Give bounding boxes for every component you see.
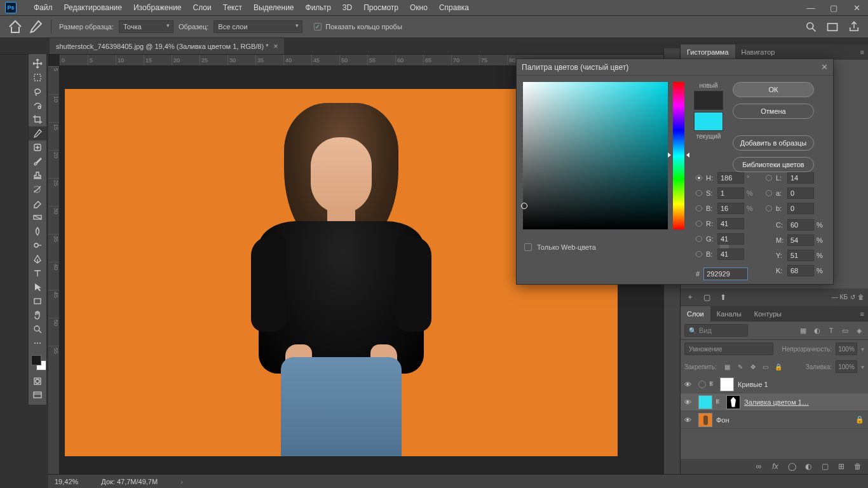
- new-color-swatch[interactable]: [694, 91, 723, 110]
- visibility-icon[interactable]: 👁: [684, 416, 695, 424]
- tab-histogram[interactable]: Гистограмма: [681, 44, 735, 60]
- filter-shape-icon[interactable]: ▭: [840, 325, 850, 336]
- gradient-tool-icon[interactable]: [29, 210, 46, 224]
- adjustment-icon[interactable]: ◐: [803, 461, 813, 471]
- window-maximize-icon[interactable]: ▢: [822, 0, 845, 15]
- new-layer-icon[interactable]: ⊞: [836, 461, 846, 471]
- foreground-color-swatch[interactable]: [31, 355, 41, 365]
- close-icon[interactable]: ✕: [821, 62, 828, 72]
- l-field[interactable]: [787, 172, 814, 184]
- lock-transparency-icon[interactable]: ▦: [723, 362, 732, 371]
- radio-h[interactable]: [696, 175, 702, 181]
- new-group-icon[interactable]: ▢: [701, 292, 712, 303]
- g-field[interactable]: [717, 233, 744, 245]
- y-field[interactable]: [787, 250, 814, 261]
- tab-channels[interactable]: Каналы: [710, 306, 748, 322]
- sample-source-dropdown[interactable]: Все слои: [214, 20, 302, 33]
- current-color-swatch[interactable]: [694, 112, 723, 131]
- mask-thumb[interactable]: [726, 395, 740, 409]
- move-tool-icon[interactable]: [29, 57, 46, 71]
- quick-mask-icon[interactable]: [29, 374, 46, 388]
- window-minimize-icon[interactable]: —: [799, 0, 822, 15]
- trash-icon[interactable]: 🗑: [853, 461, 863, 471]
- layer-item[interactable]: 👁 Фон 🔒: [681, 411, 868, 429]
- menu-3d[interactable]: 3D: [337, 0, 358, 15]
- marquee-tool-icon[interactable]: [29, 71, 46, 85]
- layer-thumb[interactable]: [698, 395, 712, 409]
- eraser-tool-icon[interactable]: [29, 196, 46, 210]
- panel-menu-icon[interactable]: ≡: [857, 48, 868, 56]
- fill-field[interactable]: 100%: [836, 360, 857, 373]
- a-field[interactable]: [787, 187, 814, 199]
- document-info[interactable]: Док: 47,7М/49,7М: [101, 478, 158, 485]
- revert-icon[interactable]: ↺: [850, 294, 855, 301]
- link-icon[interactable]: 𝄡: [710, 381, 716, 388]
- menu-file[interactable]: Файл: [28, 0, 58, 15]
- r-field[interactable]: [717, 218, 744, 229]
- h-field[interactable]: [717, 172, 744, 184]
- path-select-tool-icon[interactable]: [29, 280, 46, 294]
- edit-toolbar-icon[interactable]: [29, 336, 46, 350]
- visibility-icon[interactable]: 👁: [684, 381, 695, 388]
- radio-s[interactable]: [696, 190, 702, 196]
- group-icon[interactable]: ▢: [820, 461, 830, 471]
- filter-smart-icon[interactable]: ◈: [854, 325, 864, 336]
- tab-layers[interactable]: Слои: [681, 306, 710, 322]
- saturation-value-field[interactable]: [523, 82, 668, 229]
- radio-b[interactable]: [696, 251, 702, 257]
- lock-position-icon[interactable]: ✥: [749, 362, 757, 371]
- spot-heal-tool-icon[interactable]: [29, 140, 46, 154]
- zoom-tool-icon[interactable]: [29, 322, 46, 336]
- foreground-background-swatches[interactable]: [29, 353, 46, 374]
- ruler-vertical[interactable]: 510152025303540455055: [48, 66, 60, 474]
- cancel-button[interactable]: Отмена: [733, 104, 814, 119]
- radio-a[interactable]: [766, 190, 772, 196]
- chevron-down-icon[interactable]: ▾: [861, 363, 864, 370]
- layers-search-input[interactable]: 🔍 Вид: [684, 324, 748, 337]
- visibility-icon[interactable]: 👁: [684, 398, 695, 406]
- panel-menu-icon[interactable]: ≡: [857, 310, 868, 318]
- quick-select-tool-icon[interactable]: [29, 98, 46, 112]
- sample-size-dropdown[interactable]: Точка: [119, 20, 173, 33]
- status-chevron-icon[interactable]: ›: [180, 478, 183, 485]
- filter-pixel-icon[interactable]: ▦: [798, 325, 808, 336]
- m-field[interactable]: [787, 234, 814, 246]
- document-tab[interactable]: shutterstock_746398405.jpg @ 19,4% (Зали…: [50, 38, 284, 54]
- layer-item[interactable]: 👁 𝄡 Кривые 1: [681, 376, 868, 393]
- lasso-tool-icon[interactable]: [29, 85, 46, 98]
- link-layers-icon[interactable]: ∞: [754, 461, 764, 471]
- menu-select[interactable]: Выделение: [248, 0, 300, 15]
- close-document-icon[interactable]: ×: [273, 42, 278, 51]
- layer-thumb[interactable]: [698, 413, 712, 427]
- chevron-down-icon[interactable]: ▾: [861, 346, 864, 353]
- search-icon[interactable]: [804, 20, 817, 33]
- add-swatches-button[interactable]: Добавить в образцы: [733, 135, 814, 151]
- menu-help[interactable]: Справка: [433, 0, 475, 15]
- picker-marker[interactable]: [521, 203, 527, 209]
- opacity-field[interactable]: 100%: [836, 342, 857, 355]
- new-layer-icon[interactable]: ＋: [684, 292, 696, 303]
- upload-icon[interactable]: ⬆: [717, 292, 729, 303]
- c-field[interactable]: [787, 219, 814, 231]
- web-only-checkbox[interactable]: [524, 243, 532, 251]
- s-field[interactable]: [717, 187, 744, 199]
- frame-icon[interactable]: [826, 20, 839, 33]
- pen-tool-icon[interactable]: [29, 252, 46, 266]
- menu-image[interactable]: Изображение: [128, 0, 187, 15]
- hex-field[interactable]: [703, 268, 748, 280]
- dialog-title-bar[interactable]: Палитра цветов (чистый цвет) ✕: [517, 59, 833, 76]
- bv-field[interactable]: [717, 203, 744, 214]
- k-field[interactable]: [787, 265, 814, 276]
- filter-type-icon[interactable]: T: [826, 325, 836, 336]
- radio-r[interactable]: [696, 220, 702, 227]
- menu-view[interactable]: Просмотр: [358, 0, 404, 15]
- filter-adjustment-icon[interactable]: ◐: [812, 325, 822, 336]
- menu-edit[interactable]: Редактирование: [58, 0, 128, 15]
- show-ring-checkbox[interactable]: ✓: [314, 23, 322, 30]
- radio-g[interactable]: [696, 236, 702, 242]
- layer-name[interactable]: Фон: [716, 416, 729, 424]
- home-icon[interactable]: [8, 19, 23, 34]
- stamp-tool-icon[interactable]: [29, 168, 46, 182]
- shape-tool-icon[interactable]: [29, 294, 46, 308]
- brush-tool-icon[interactable]: [29, 154, 46, 168]
